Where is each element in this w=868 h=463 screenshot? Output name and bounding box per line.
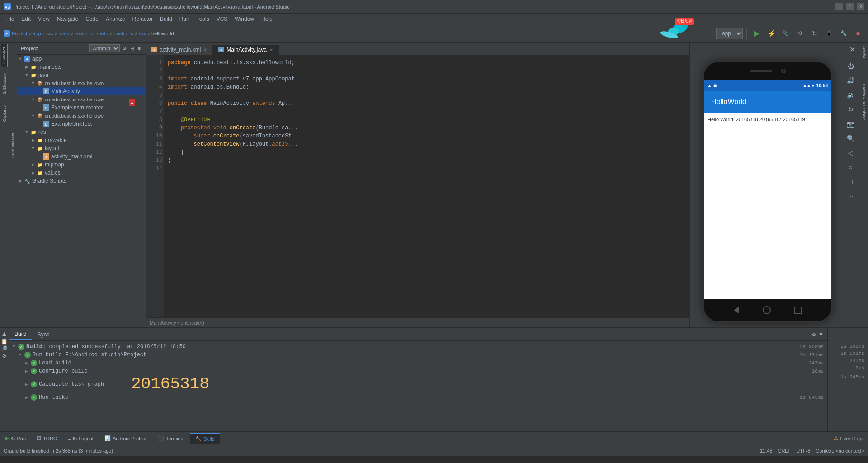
tree-item-package3[interactable]: ▼ 📦 cn.edu.besti.is.sxx.hellowe (17, 112, 146, 120)
build-artifacts-button[interactable]: ⚙ (794, 27, 807, 40)
menu-item-edit[interactable]: Edit (18, 15, 34, 23)
sidebar-device-file-explorer[interactable]: Device File Explorer (860, 80, 868, 124)
menu-item-view[interactable]: View (34, 15, 53, 23)
build-history-btn[interactable]: 📋 (1, 338, 8, 345)
tab-mainactivity-java[interactable]: J MainActivity.java ✕ (213, 45, 278, 55)
tree-item-manifests[interactable]: ▶ 📁 manifests (17, 63, 146, 71)
emu-zoom-btn[interactable]: 🔍 (844, 132, 857, 145)
tab-activity-main-xml[interactable]: X activity_main.xml ✕ (146, 45, 213, 55)
minimize-button[interactable]: — (835, 3, 843, 10)
tree-item-mainactivity[interactable]: C MainActivity (17, 87, 146, 95)
sidebar-icon-structure[interactable]: 2: Structure (1, 71, 8, 97)
emu-more-btn[interactable]: ··· (844, 190, 857, 203)
breadcrumb-app[interactable]: app (33, 31, 41, 36)
build-row-calculate[interactable]: ▶ ✓ Calculate task graph 20165318 (13, 375, 824, 393)
project-settings-button[interactable]: ⚙ (121, 45, 128, 52)
menu-item-refactor[interactable]: Refactor (129, 15, 156, 23)
emu-back-btn[interactable]: ◁ (844, 146, 857, 159)
breadcrumb-project[interactable]: Project (12, 31, 27, 36)
menu-item-tools[interactable]: Tools (193, 15, 213, 23)
btm-tab-build[interactable]: 🔨 Build (190, 433, 220, 444)
tab-close-xml[interactable]: ✕ (203, 47, 207, 52)
emu-screenshot-btn[interactable]: 📷 (844, 118, 857, 130)
btm-tab-run[interactable]: ▶ 4: Run (0, 434, 31, 443)
breadcrumb-edu[interactable]: edu (100, 31, 108, 36)
build-row-run[interactable]: ▼ ✓ Run build F:\Andirod studio\Project … (13, 351, 824, 359)
tree-item-exampleinstrumented[interactable]: C ExampleInstrumentec (17, 104, 146, 112)
build-variants-sidebar[interactable]: Build Variants (9, 43, 17, 327)
menu-item-analyze[interactable]: Analyze (102, 15, 129, 23)
run-button[interactable]: ▶ (750, 27, 763, 40)
breadcrumb-helloworld[interactable]: helloworld (151, 31, 174, 36)
tree-item-mipmap[interactable]: ▶ 📁 mipmap (17, 161, 146, 169)
emu-square-btn[interactable]: □ (844, 175, 857, 188)
tree-item-package1[interactable]: ▼ 📦 cn.edu.besti.is.sxx.hellowo (17, 79, 146, 87)
phone-recent-btn[interactable] (794, 307, 802, 314)
tree-item-drawable[interactable]: ▶ 📁 drawable (17, 136, 146, 144)
breadcrumb-cn[interactable]: cn (89, 31, 94, 36)
build-settings-btn[interactable]: ⚙ (2, 353, 7, 359)
code-content[interactable]: package cn.edu.besti.is.sxx.helloworld; … (164, 55, 689, 317)
debug-button[interactable]: ⚡ (765, 27, 778, 40)
tree-item-app[interactable]: ▼ A app (17, 55, 146, 63)
attach-button[interactable]: 📎 (779, 27, 792, 40)
menu-item-file[interactable]: File (2, 15, 18, 23)
menu-item-window[interactable]: Window (231, 15, 258, 23)
build-row-completed[interactable]: ▼ ✓ Build: completed successfully at 201… (13, 343, 824, 351)
tab-sync[interactable]: Sync (32, 330, 55, 340)
emulator-close-button[interactable]: ✕ (849, 45, 855, 54)
event-log-btn[interactable]: ⚠ Event Log (828, 434, 868, 443)
phone-back-btn[interactable] (734, 307, 739, 314)
status-crlf[interactable]: CRLF (778, 448, 791, 454)
build-up-btn[interactable]: ▲ (1, 330, 8, 337)
breadcrumb-besti[interactable]: besti (113, 31, 124, 36)
close-button[interactable]: × (857, 3, 864, 10)
project-gear-button[interactable]: ≡ (137, 45, 142, 52)
breadcrumb-main[interactable]: main (58, 31, 69, 36)
btm-tab-logcat[interactable]: ≡ 6: Logcat (63, 434, 99, 443)
menu-item-run[interactable]: Run (176, 15, 193, 23)
emu-power-btn[interactable]: ⏻ (844, 60, 857, 72)
stop-button[interactable]: ■ (852, 27, 864, 40)
tree-item-activitymainxml[interactable]: X activity_main.xml (17, 152, 146, 161)
tree-item-values[interactable]: ▶ 📁 values (17, 169, 146, 177)
emu-vol-down-btn[interactable]: 🔉 (844, 89, 857, 101)
build-row-runtasks[interactable]: ▶ ✓ Run tasks 1s 845ms (13, 393, 824, 402)
tree-item-exampleunit[interactable]: C ExampleUnitTest (17, 120, 146, 128)
tab-close-java[interactable]: ✕ (269, 47, 273, 52)
phone-home-btn[interactable] (763, 306, 771, 314)
btm-tab-profiler[interactable]: 📊 Android Profiler (99, 434, 152, 443)
breadcrumb-java[interactable]: java (75, 31, 84, 36)
tree-item-gradle[interactable]: ▶ 🔧 Gradle Scripts (17, 177, 146, 185)
btm-tab-todo[interactable]: ☑ TODO (31, 434, 63, 443)
maximize-button[interactable]: □ (846, 3, 854, 10)
status-encoding[interactable]: UTF-8 (796, 448, 810, 454)
btm-tab-terminal[interactable]: ⬛ Terminal (152, 434, 190, 443)
tree-item-layout[interactable]: ▼ 📁 layout (17, 144, 146, 152)
tree-item-java[interactable]: ▼ 📁 java (17, 71, 146, 79)
bottom-collapse-btn[interactable]: ▼ (818, 331, 824, 338)
sidebar-icon-project[interactable]: 1: Project (1, 44, 8, 67)
menu-item-code[interactable]: Code (82, 15, 102, 23)
sidebar-icon-captures[interactable]: Captures (1, 103, 8, 125)
phone-screen[interactable]: ▲ ◼ ▲▲ ■ 10:53 HelloWorld Hel (704, 80, 831, 299)
project-collapse-button[interactable]: ⊟ (129, 45, 136, 52)
bottom-settings-btn[interactable]: ⚙ (811, 331, 816, 338)
emu-vol-up-btn[interactable]: 🔊 (844, 74, 857, 87)
breadcrumb-sxx[interactable]: sxx (139, 31, 146, 36)
tree-item-package2[interactable]: ▼ 📦 cn.edu.besti.is.sxx.hellowe (17, 95, 146, 104)
sync-button[interactable]: ↻ (808, 27, 821, 40)
emu-rotate-btn[interactable]: ↻ (844, 103, 857, 116)
sdk-button[interactable]: 🔧 (837, 27, 850, 40)
tab-build[interactable]: Build (9, 329, 32, 340)
breadcrumb-src[interactable]: src (47, 31, 53, 36)
app-selector[interactable]: app (716, 28, 743, 39)
menu-item-help[interactable]: Help (258, 15, 276, 23)
build-filter-btn[interactable]: 🔎 (1, 345, 8, 352)
build-row-configure[interactable]: ▶ ✓ Configure build 18ms (13, 367, 824, 375)
menu-item-navigate[interactable]: Navigate (53, 15, 82, 23)
tree-item-res[interactable]: ▼ 📁 res (17, 128, 146, 136)
android-view-selector[interactable]: Android (89, 44, 120, 52)
build-row-load[interactable]: ▶ ✓ Load build 247ms (13, 359, 824, 367)
emu-home-btn[interactable]: ○ (844, 161, 857, 174)
